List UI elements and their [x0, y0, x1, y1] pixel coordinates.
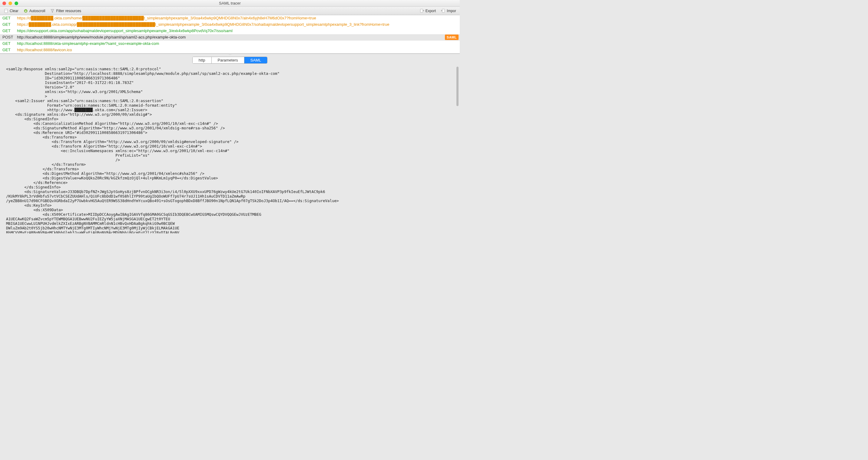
titlebar: SAML tracer [0, 0, 460, 7]
toolbar: Clear Autoscroll Filter resources Export… [0, 7, 460, 15]
request-row[interactable]: GEThttp://localhost:8888/okta-simplesaml… [0, 40, 460, 47]
svg-rect-2 [421, 9, 423, 12]
detail-tabs: http Parameters SAML [0, 55, 460, 64]
zoom-window-button[interactable] [14, 1, 18, 5]
request-row[interactable]: GEThttps://████████.okta.com/app/███████… [0, 22, 460, 28]
clear-icon [4, 8, 8, 13]
content-scroll[interactable]: <saml2p:Response xmlns:saml2p="urn:oasis… [6, 67, 454, 233]
request-url: http://localhost:8888/simplesamlphp/www/… [17, 34, 457, 40]
request-row[interactable]: GEThttp://localhost:8888/favicon.ico [0, 47, 460, 53]
saml-xml-content: <saml2p:Response xmlns:saml2p="urn:oasis… [6, 67, 454, 233]
request-method: GET [2, 22, 17, 27]
clear-button[interactable]: Clear [2, 8, 20, 14]
tab-http[interactable]: http [193, 57, 212, 63]
request-method: POST [2, 34, 17, 40]
request-url: https://devsupport.okta.com/app/sohaibaj… [17, 28, 457, 34]
request-method: GET [2, 28, 17, 34]
clear-label: Clear [10, 9, 19, 13]
request-url: https://████████.okta.com/app/██████████… [17, 22, 457, 27]
close-window-button[interactable] [2, 1, 6, 5]
request-row[interactable]: GEThttps://d████████.okta.com/home/█████… [0, 15, 460, 22]
saml-badge: SAML [445, 34, 459, 40]
minimize-window-button[interactable] [8, 1, 12, 5]
tab-parameters[interactable]: Parameters [212, 57, 244, 63]
request-method: GET [2, 41, 17, 46]
tab-saml[interactable]: SAML [244, 57, 267, 63]
request-row[interactable]: GEThttps://devsupport.okta.com/app/sohai… [0, 28, 460, 34]
traffic-lights [0, 1, 18, 5]
import-icon [441, 8, 445, 13]
content-area: <saml2p:Response xmlns:saml2p="urn:oasis… [0, 64, 460, 233]
request-method: GET [2, 16, 17, 21]
import-button[interactable]: Impor [439, 8, 458, 14]
filter-icon [50, 8, 55, 13]
autoscroll-label: Autoscroll [29, 9, 45, 13]
svg-rect-3 [442, 9, 444, 12]
request-list[interactable]: GEThttps://d████████.okta.com/home/█████… [0, 15, 460, 54]
window-title: SAML tracer [0, 1, 460, 5]
request-url: http://localhost:8888/okta-simplesamlphp… [17, 41, 457, 46]
request-method: GET [2, 47, 17, 53]
export-button[interactable]: Export [417, 8, 438, 14]
export-label: Export [426, 9, 436, 13]
autoscroll-icon [23, 8, 28, 13]
export-icon [420, 8, 424, 13]
request-row[interactable]: POSThttp://localhost:8888/simplesamlphp/… [0, 34, 460, 40]
import-label: Impor [447, 9, 456, 13]
request-url: https://d████████.okta.com/home/████████… [17, 16, 457, 21]
request-url: http://localhost:8888/favicon.ico [17, 47, 457, 53]
autoscroll-button[interactable]: Autoscroll [22, 8, 47, 14]
svg-rect-0 [4, 9, 7, 13]
filter-resources-button[interactable]: Filter resources [48, 8, 83, 14]
scrollbar-thumb[interactable] [457, 67, 459, 106]
filter-label: Filter resources [56, 9, 81, 13]
tab-segment-control: http Parameters SAML [192, 57, 268, 64]
